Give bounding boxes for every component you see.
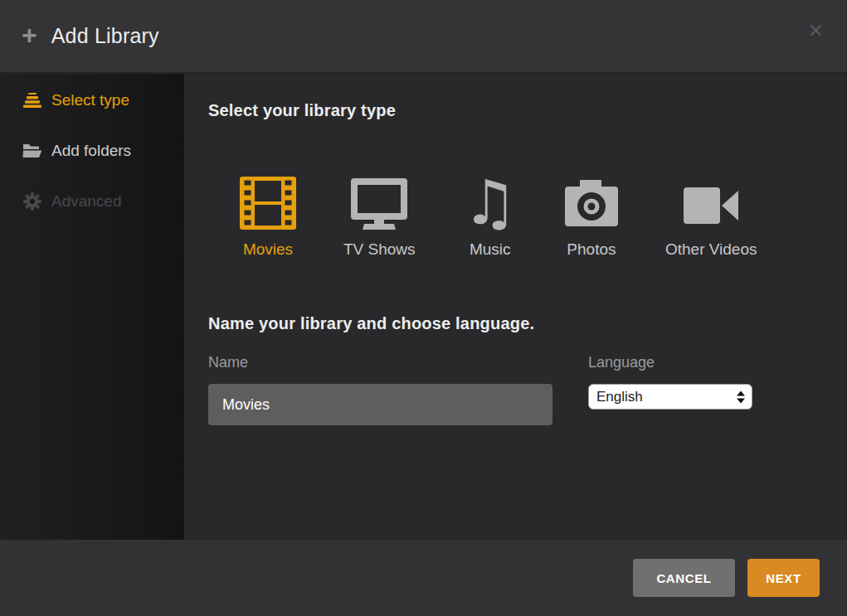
sidebar-item-advanced: Advanced <box>0 183 184 220</box>
type-label: Movies <box>243 240 293 259</box>
name-section-heading: Name your library and choose language. <box>208 314 847 333</box>
type-tile-other-videos[interactable]: Other Videos <box>665 175 757 259</box>
dialog-header: + Add Library ✕ <box>0 0 847 73</box>
type-label: Music <box>470 240 511 259</box>
language-select[interactable]: English <box>588 384 752 410</box>
film-icon <box>240 175 296 230</box>
dialog-title: Add Library <box>51 24 159 48</box>
sidebar-item-label: Select type <box>51 91 129 109</box>
sidebar-item-add-folders[interactable]: Add folders <box>0 133 184 169</box>
sidebar-item-label: Advanced <box>51 192 122 211</box>
sidebar-item-select-type[interactable]: Select type <box>0 82 184 119</box>
camera-icon <box>565 175 618 230</box>
dialog-footer: CANCEL NEXT <box>0 540 847 616</box>
sidebar-item-label: Add folders <box>51 142 131 160</box>
name-field-label: Name <box>208 354 552 371</box>
cancel-button[interactable]: CANCEL <box>633 559 735 597</box>
type-label: Other Videos <box>665 240 757 259</box>
music-note-icon: ♫ <box>463 175 518 230</box>
language-field-label: Language <box>588 354 752 371</box>
type-tile-tv-shows[interactable]: TV Shows <box>343 175 416 259</box>
folder-open-icon <box>22 143 42 158</box>
type-tile-photos[interactable]: Photos <box>565 175 618 259</box>
type-tile-movies[interactable]: Movies <box>240 175 296 259</box>
close-icon[interactable]: ✕ <box>808 22 824 41</box>
stack-lines-icon <box>22 93 42 109</box>
library-name-input[interactable] <box>208 384 552 425</box>
type-label: TV Shows <box>343 240 416 259</box>
camcorder-icon <box>684 175 738 230</box>
next-button[interactable]: NEXT <box>747 559 820 597</box>
library-type-row: Movies TV Shows ♫ Music <box>240 175 847 259</box>
wizard-sidebar: Select type Add folders Advanc <box>0 74 184 540</box>
plus-icon: + <box>22 22 37 48</box>
type-tile-music[interactable]: ♫ Music <box>463 175 518 259</box>
type-section-heading: Select your library type <box>208 101 847 120</box>
tv-icon <box>351 175 407 230</box>
type-label: Photos <box>567 240 616 259</box>
name-language-form: Name Language English <box>208 354 847 425</box>
wizard-content: Select your library type <box>185 74 847 540</box>
gear-icon <box>22 192 42 211</box>
